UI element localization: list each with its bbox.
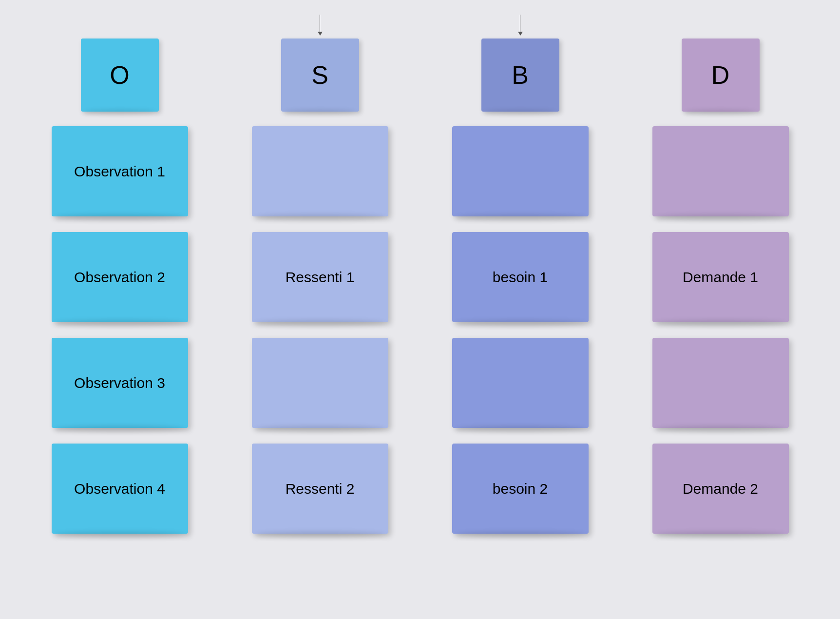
sticky-S-2[interactable]: Ressenti 1	[252, 232, 388, 322]
sticky-B-4[interactable]: besoin 2	[452, 444, 589, 534]
sticky-O-1[interactable]: Observation 1	[52, 126, 188, 216]
header-card-S: S	[281, 39, 359, 112]
sticky-D-1[interactable]	[652, 126, 789, 216]
board: OObservation 1Observation 2Observation 3…	[29, 15, 811, 549]
header-card-O: O	[81, 39, 159, 112]
column-S: SRessenti 1Ressenti 2	[229, 15, 410, 549]
header-card-B: B	[481, 39, 559, 112]
sticky-S-4[interactable]: Ressenti 2	[252, 444, 388, 534]
sticky-D-3[interactable]	[652, 338, 789, 428]
sticky-D-2[interactable]: Demande 1	[652, 232, 789, 322]
column-B: Bbesoin 1besoin 2	[430, 15, 611, 549]
sticky-O-2[interactable]: Observation 2	[52, 232, 188, 322]
sticky-B-3[interactable]	[452, 338, 589, 428]
sticky-S-3[interactable]	[252, 338, 388, 428]
sticky-S-1[interactable]	[252, 126, 388, 216]
sticky-O-4[interactable]: Observation 4	[52, 444, 188, 534]
sticky-B-1[interactable]	[452, 126, 589, 216]
col-header-S: S	[281, 15, 359, 112]
header-card-D: D	[682, 39, 760, 112]
sticky-O-3[interactable]: Observation 3	[52, 338, 188, 428]
col-header-O: O	[81, 15, 159, 112]
sticky-D-4[interactable]: Demande 2	[652, 444, 789, 534]
col-header-D: D	[682, 15, 760, 112]
col-header-B: B	[481, 15, 559, 112]
column-O: OObservation 1Observation 2Observation 3…	[29, 15, 210, 549]
column-D: DDemande 1Demande 2	[630, 15, 811, 549]
sticky-B-2[interactable]: besoin 1	[452, 232, 589, 322]
